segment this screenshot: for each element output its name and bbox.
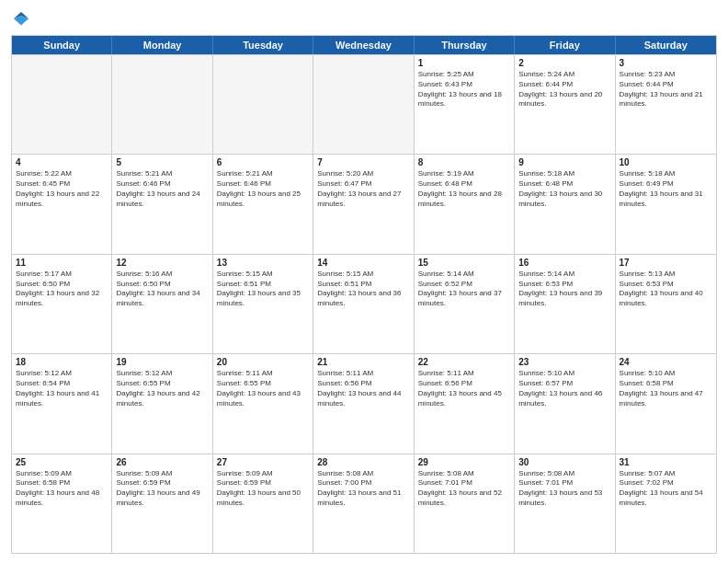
calendar-row-2: 4Sunrise: 5:22 AMSunset: 6:45 PMDaylight… bbox=[12, 154, 716, 253]
day-cell-5: 5Sunrise: 5:21 AMSunset: 6:46 PMDaylight… bbox=[112, 155, 212, 253]
empty-cell bbox=[313, 55, 414, 154]
day-info: Sunrise: 5:09 AMSunset: 6:59 PMDaylight:… bbox=[217, 469, 309, 509]
day-info: Sunrise: 5:08 AMSunset: 7:01 PMDaylight:… bbox=[418, 469, 510, 509]
day-info: Sunrise: 5:11 AMSunset: 6:56 PMDaylight:… bbox=[317, 369, 409, 408]
day-number: 25 bbox=[16, 457, 108, 467]
day-number: 8 bbox=[418, 157, 510, 167]
day-info: Sunrise: 5:25 AMSunset: 6:43 PMDaylight:… bbox=[418, 70, 510, 109]
day-cell-16: 16Sunrise: 5:14 AMSunset: 6:53 PMDayligh… bbox=[515, 255, 615, 353]
calendar-row-3: 11Sunrise: 5:17 AMSunset: 6:50 PMDayligh… bbox=[12, 254, 716, 353]
weekday-header-friday: Friday bbox=[515, 36, 615, 54]
day-info: Sunrise: 5:19 AMSunset: 6:48 PMDaylight:… bbox=[418, 169, 510, 209]
day-info: Sunrise: 5:13 AMSunset: 6:53 PMDaylight:… bbox=[620, 270, 712, 309]
day-cell-7: 7Sunrise: 5:20 AMSunset: 6:47 PMDaylight… bbox=[313, 155, 414, 253]
day-cell-29: 29Sunrise: 5:08 AMSunset: 7:01 PMDayligh… bbox=[415, 454, 515, 553]
day-info: Sunrise: 5:14 AMSunset: 6:53 PMDaylight:… bbox=[518, 270, 610, 309]
day-cell-27: 27Sunrise: 5:09 AMSunset: 6:59 PMDayligh… bbox=[213, 454, 313, 553]
day-info: Sunrise: 5:12 AMSunset: 6:55 PMDaylight:… bbox=[116, 369, 208, 408]
day-info: Sunrise: 5:20 AMSunset: 6:47 PMDaylight:… bbox=[317, 169, 409, 209]
day-cell-24: 24Sunrise: 5:10 AMSunset: 6:58 PMDayligh… bbox=[616, 354, 716, 453]
empty-cell bbox=[112, 55, 212, 154]
day-cell-13: 13Sunrise: 5:15 AMSunset: 6:51 PMDayligh… bbox=[213, 255, 313, 353]
day-info: Sunrise: 5:21 AMSunset: 6:46 PMDaylight:… bbox=[217, 169, 309, 209]
day-cell-28: 28Sunrise: 5:08 AMSunset: 7:00 PMDayligh… bbox=[313, 454, 414, 553]
day-cell-25: 25Sunrise: 5:09 AMSunset: 6:58 PMDayligh… bbox=[12, 454, 112, 553]
day-cell-30: 30Sunrise: 5:08 AMSunset: 7:01 PMDayligh… bbox=[515, 454, 615, 553]
day-info: Sunrise: 5:12 AMSunset: 6:54 PMDaylight:… bbox=[16, 369, 108, 408]
day-number: 31 bbox=[620, 457, 712, 467]
day-cell-1: 1Sunrise: 5:25 AMSunset: 6:43 PMDaylight… bbox=[415, 55, 515, 154]
day-info: Sunrise: 5:09 AMSunset: 6:58 PMDaylight:… bbox=[16, 469, 108, 509]
day-info: Sunrise: 5:11 AMSunset: 6:55 PMDaylight:… bbox=[217, 369, 309, 408]
day-info: Sunrise: 5:21 AMSunset: 6:46 PMDaylight:… bbox=[116, 169, 208, 209]
weekday-header-wednesday: Wednesday bbox=[313, 36, 414, 54]
day-number: 6 bbox=[217, 157, 309, 167]
day-cell-2: 2Sunrise: 5:24 AMSunset: 6:44 PMDaylight… bbox=[515, 55, 615, 154]
day-number: 18 bbox=[16, 357, 108, 367]
day-info: Sunrise: 5:14 AMSunset: 6:52 PMDaylight:… bbox=[418, 270, 510, 309]
day-info: Sunrise: 5:15 AMSunset: 6:51 PMDaylight:… bbox=[317, 270, 409, 309]
day-number: 12 bbox=[116, 258, 208, 268]
day-info: Sunrise: 5:24 AMSunset: 6:44 PMDaylight:… bbox=[518, 70, 610, 109]
calendar-header-row: SundayMondayTuesdayWednesdayThursdayFrid… bbox=[12, 36, 716, 54]
weekday-header-sunday: Sunday bbox=[12, 36, 112, 54]
logo bbox=[11, 9, 35, 29]
calendar-body: 1Sunrise: 5:25 AMSunset: 6:43 PMDaylight… bbox=[12, 54, 716, 553]
empty-cell bbox=[213, 55, 313, 154]
day-number: 3 bbox=[620, 58, 712, 68]
day-cell-12: 12Sunrise: 5:16 AMSunset: 6:50 PMDayligh… bbox=[112, 255, 212, 353]
day-cell-6: 6Sunrise: 5:21 AMSunset: 6:46 PMDaylight… bbox=[213, 155, 313, 253]
day-cell-10: 10Sunrise: 5:18 AMSunset: 6:49 PMDayligh… bbox=[616, 155, 716, 253]
day-number: 26 bbox=[116, 457, 208, 467]
day-cell-23: 23Sunrise: 5:10 AMSunset: 6:57 PMDayligh… bbox=[515, 354, 615, 453]
day-cell-26: 26Sunrise: 5:09 AMSunset: 6:59 PMDayligh… bbox=[112, 454, 212, 553]
day-number: 23 bbox=[518, 357, 610, 367]
day-cell-19: 19Sunrise: 5:12 AMSunset: 6:55 PMDayligh… bbox=[112, 354, 212, 453]
header bbox=[11, 9, 717, 29]
day-number: 27 bbox=[217, 457, 309, 467]
day-cell-15: 15Sunrise: 5:14 AMSunset: 6:52 PMDayligh… bbox=[415, 255, 515, 353]
day-number: 7 bbox=[317, 157, 409, 167]
day-number: 17 bbox=[620, 258, 712, 268]
day-cell-14: 14Sunrise: 5:15 AMSunset: 6:51 PMDayligh… bbox=[313, 255, 414, 353]
day-info: Sunrise: 5:23 AMSunset: 6:44 PMDaylight:… bbox=[620, 70, 712, 109]
day-info: Sunrise: 5:17 AMSunset: 6:50 PMDaylight:… bbox=[16, 270, 108, 309]
logo-icon bbox=[11, 9, 31, 29]
day-number: 14 bbox=[317, 258, 409, 268]
day-cell-9: 9Sunrise: 5:18 AMSunset: 6:48 PMDaylight… bbox=[515, 155, 615, 253]
day-cell-8: 8Sunrise: 5:19 AMSunset: 6:48 PMDaylight… bbox=[415, 155, 515, 253]
day-number: 10 bbox=[620, 157, 712, 167]
day-info: Sunrise: 5:09 AMSunset: 6:59 PMDaylight:… bbox=[116, 469, 208, 509]
weekday-header-monday: Monday bbox=[112, 36, 212, 54]
day-number: 13 bbox=[217, 258, 309, 268]
day-info: Sunrise: 5:16 AMSunset: 6:50 PMDaylight:… bbox=[116, 270, 208, 309]
day-number: 21 bbox=[317, 357, 409, 367]
day-info: Sunrise: 5:15 AMSunset: 6:51 PMDaylight:… bbox=[217, 270, 309, 309]
day-info: Sunrise: 5:22 AMSunset: 6:45 PMDaylight:… bbox=[16, 169, 108, 209]
empty-cell bbox=[12, 55, 112, 154]
day-cell-20: 20Sunrise: 5:11 AMSunset: 6:55 PMDayligh… bbox=[213, 354, 313, 453]
day-info: Sunrise: 5:08 AMSunset: 7:00 PMDaylight:… bbox=[317, 469, 409, 509]
weekday-header-saturday: Saturday bbox=[616, 36, 716, 54]
day-info: Sunrise: 5:10 AMSunset: 6:57 PMDaylight:… bbox=[518, 369, 610, 408]
day-cell-31: 31Sunrise: 5:07 AMSunset: 7:02 PMDayligh… bbox=[616, 454, 716, 553]
day-number: 20 bbox=[217, 357, 309, 367]
day-number: 2 bbox=[518, 58, 610, 68]
day-number: 11 bbox=[16, 258, 108, 268]
day-number: 15 bbox=[418, 258, 510, 268]
day-number: 30 bbox=[518, 457, 610, 467]
weekday-header-tuesday: Tuesday bbox=[213, 36, 313, 54]
calendar-row-4: 18Sunrise: 5:12 AMSunset: 6:54 PMDayligh… bbox=[12, 353, 716, 453]
day-number: 19 bbox=[116, 357, 208, 367]
day-number: 9 bbox=[518, 157, 610, 167]
day-cell-11: 11Sunrise: 5:17 AMSunset: 6:50 PMDayligh… bbox=[12, 255, 112, 353]
day-number: 22 bbox=[418, 357, 510, 367]
day-cell-17: 17Sunrise: 5:13 AMSunset: 6:53 PMDayligh… bbox=[616, 255, 716, 353]
weekday-header-thursday: Thursday bbox=[415, 36, 515, 54]
day-number: 29 bbox=[418, 457, 510, 467]
day-info: Sunrise: 5:10 AMSunset: 6:58 PMDaylight:… bbox=[620, 369, 712, 408]
day-cell-3: 3Sunrise: 5:23 AMSunset: 6:44 PMDaylight… bbox=[616, 55, 716, 154]
day-number: 5 bbox=[116, 157, 208, 167]
calendar-row-1: 1Sunrise: 5:25 AMSunset: 6:43 PMDaylight… bbox=[12, 54, 716, 154]
day-info: Sunrise: 5:11 AMSunset: 6:56 PMDaylight:… bbox=[418, 369, 510, 408]
